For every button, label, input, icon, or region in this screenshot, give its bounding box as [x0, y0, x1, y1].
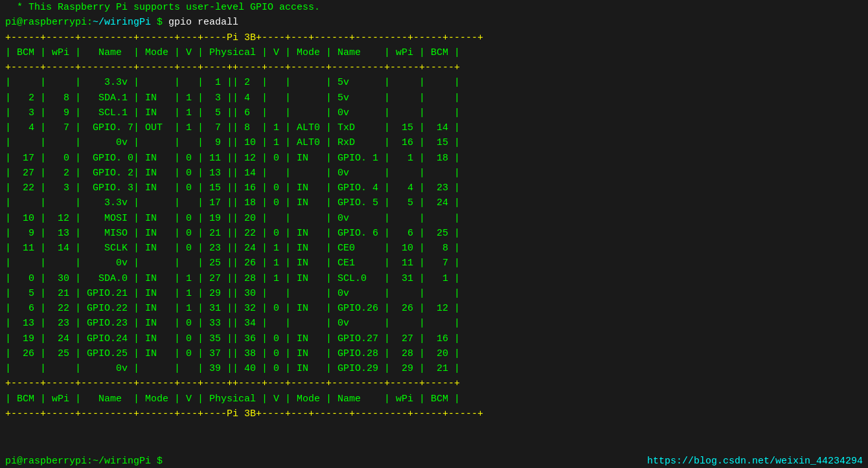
terminal-line: * This Raspberry Pi supports user-level … [0, 0, 868, 15]
terminal-line: | 22 | 3 | GPIO. 3| IN | 0 | 15 || 16 | … [0, 181, 868, 195]
terminal-line: | 4 | 7 | GPIO. 7| OUT | 1 | 7 || 8 | 1 … [0, 120, 868, 135]
terminal-line: +-----+-----+---------+------+---+----++… [0, 376, 868, 391]
terminal-line: | 6 | 22 | GPIO.22 | IN | 1 | 31 || 32 |… [0, 301, 868, 316]
terminal-line: | | | 0v | | | 9 || 10 | 1 | ALT0 | RxD … [0, 135, 868, 150]
terminal-line: | 2 | 8 | SDA.1 | IN | 1 | 3 || 4 | | | … [0, 91, 868, 106]
footer-prompt[interactable]: pi@raspberrypi:~/wiringPi $ [5, 456, 163, 467]
terminal-line: | 3 | 9 | SCL.1 | IN | 1 | 5 || 6 | | | … [0, 106, 868, 120]
terminal-line: | | | 0v | | | 25 || 26 | 1 | IN | CE1 |… [0, 256, 868, 271]
footer-url: https://blog.csdn.net/weixin_44234294 [647, 456, 863, 467]
terminal-line: pi@raspberrypi:~/wiringPi $ gpio readall [0, 15, 868, 30]
prompt-path: ~/wiringPi [93, 17, 151, 28]
terminal-line: | | | 3.3v | | | 1 || 2 | | | 5v | | | [0, 75, 868, 90]
terminal-line: +-----+-----+---------+------+---+----Pi… [0, 30, 868, 45]
terminal-line: | 19 | 24 | GPIO.24 | IN | 0 | 35 || 36 … [0, 331, 868, 346]
terminal-line: | 13 | 23 | GPIO.23 | IN | 0 | 33 || 34 … [0, 316, 868, 331]
terminal-line: | 26 | 25 | GPIO.25 | IN | 0 | 37 || 38 … [0, 346, 868, 361]
terminal: * This Raspberry Pi supports user-level … [0, 0, 868, 468]
terminal-line: | 5 | 21 | GPIO.21 | IN | 1 | 29 || 30 |… [0, 286, 868, 301]
terminal-line: | 27 | 2 | GPIO. 2| IN | 0 | 13 || 14 | … [0, 166, 868, 181]
prompt-user: pi@raspberrypi [5, 17, 87, 28]
prompt-cmd: gpio readall [168, 17, 238, 28]
terminal-line: | | | 3.3v | | | 17 || 18 | 0 | IN | GPI… [0, 195, 868, 210]
terminal-line: +-----+-----+---------+------+---+----Pi… [0, 407, 868, 421]
terminal-line: | 11 | 14 | SCLK | IN | 0 | 23 || 24 | 1… [0, 241, 868, 256]
terminal-line: | 9 | 13 | MISO | IN | 0 | 21 || 22 | 0 … [0, 226, 868, 241]
terminal-line: | BCM | wPi | Name | Mode | V | Physical… [0, 45, 868, 60]
terminal-line: +-----+-----+---------+------+---+----++… [0, 60, 868, 75]
terminal-line: | | | 0v | | | 39 || 40 | 0 | IN | GPIO.… [0, 361, 868, 376]
terminal-line: | 17 | 0 | GPIO. 0| IN | 0 | 11 || 12 | … [0, 151, 868, 166]
terminal-line: | BCM | wPi | Name | Mode | V | Physical… [0, 392, 868, 407]
prompt-dollar: $ [151, 17, 168, 28]
terminal-line: | 0 | 30 | SDA.0 | IN | 1 | 27 || 28 | 1… [0, 271, 868, 286]
terminal-line: | 10 | 12 | MOSI | IN | 0 | 19 || 20 | |… [0, 211, 868, 226]
footer-bar: pi@raspberrypi:~/wiringPi $ https://blog… [0, 454, 868, 468]
